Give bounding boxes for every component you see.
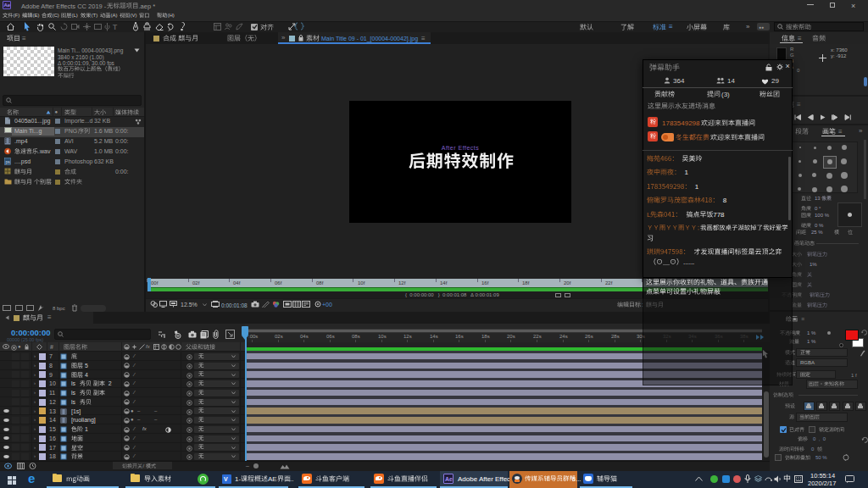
svg-text:ps: ps <box>6 159 11 164</box>
